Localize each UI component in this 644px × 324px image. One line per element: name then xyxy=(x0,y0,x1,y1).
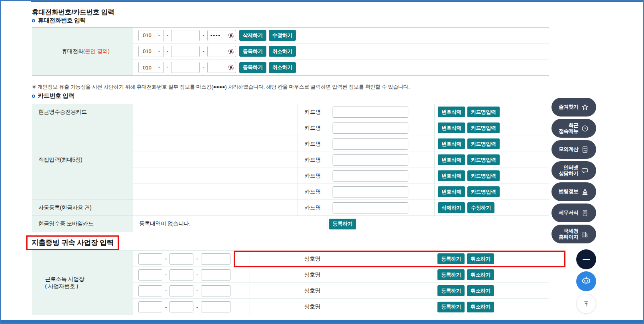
register-button[interactable]: 등록하기 xyxy=(437,285,465,296)
dash-separator: - xyxy=(167,48,168,54)
business-number-part3-input[interactable] xyxy=(201,269,230,281)
cancel-button[interactable]: 취소하기 xyxy=(269,46,296,57)
card-name-input[interactable] xyxy=(333,107,408,118)
bottom-divider xyxy=(1,320,643,323)
business-number-part3-input[interactable] xyxy=(201,285,230,296)
card-row-direct-3: 카드명 번호삭제 카드명입력 xyxy=(133,152,549,168)
phone-last-wrap xyxy=(207,62,236,73)
business-number-part2-input[interactable] xyxy=(169,253,193,265)
chat-icon xyxy=(581,167,589,175)
cancel-button[interactable]: 취소하기 xyxy=(467,302,494,312)
masking-eye-icon[interactable] xyxy=(228,33,234,38)
phone-label-note: (본인 명의) xyxy=(83,48,110,55)
cancel-button[interactable]: 취소하기 xyxy=(467,253,494,264)
chatbot-button[interactable] xyxy=(576,271,596,291)
business-number-part1-input[interactable] xyxy=(138,301,162,312)
register-button[interactable]: 등록하기 xyxy=(437,253,465,264)
enter-card-name-button[interactable]: 카드명입력 xyxy=(467,186,500,197)
phone-prefix-select[interactable]: 010 xyxy=(138,62,164,73)
register-button[interactable]: 등록하기 xyxy=(239,46,266,57)
quick-menu-law-info[interactable]: 법령정보 xyxy=(551,182,596,201)
business-number-part1-input[interactable] xyxy=(138,269,162,281)
quick-menu-nts-homepage[interactable]: 국세청홈페이지 xyxy=(551,225,596,243)
cancel-button[interactable]: 취소하기 xyxy=(269,62,296,73)
card-name-input[interactable] xyxy=(333,138,408,150)
register-button[interactable]: 등록하기 xyxy=(239,62,266,73)
phone-prefix-select[interactable]: 010 xyxy=(138,46,164,57)
phone-middle-input[interactable] xyxy=(171,30,200,41)
delete-number-button[interactable]: 번호삭제 xyxy=(438,138,465,149)
delete-number-button[interactable]: 번호삭제 xyxy=(438,154,465,165)
phone-middle-input[interactable] xyxy=(171,46,200,57)
business-number-part1-input[interactable] xyxy=(138,285,162,296)
quick-menu-favorites[interactable]: 즐겨찾기 xyxy=(551,98,596,117)
business-number-part1-input[interactable] xyxy=(138,253,162,265)
phone-prefix-wrap: 010 ⌄ xyxy=(138,62,164,73)
dash-separator: - xyxy=(196,304,198,310)
enter-card-name-button[interactable]: 카드명입력 xyxy=(467,170,500,181)
delete-number-button[interactable]: 번호삭제 xyxy=(438,170,465,181)
register-button[interactable]: 등록하기 xyxy=(329,219,356,229)
business-number-part3-input[interactable] xyxy=(201,301,230,312)
edit-button[interactable]: 수정하기 xyxy=(269,30,296,41)
enter-card-name-button[interactable]: 카드명입력 xyxy=(467,107,500,117)
enter-card-name-button[interactable]: 카드명입력 xyxy=(467,154,500,165)
business-number-part2-input[interactable] xyxy=(169,285,193,296)
enter-card-name-button[interactable]: 카드명입력 xyxy=(467,122,500,133)
masking-notice: ※ 개인정보 유출 가능성을 사전 차단하기 위해 휴대전화번호 일부 정보를 … xyxy=(32,83,410,91)
business-number-inputs: - - xyxy=(133,283,250,298)
card-name-input[interactable] xyxy=(333,170,408,182)
register-button[interactable]: 등록하기 xyxy=(437,302,465,312)
card-name-field-label: 카드명 xyxy=(297,120,328,136)
business-number-inputs: - - xyxy=(133,251,250,267)
enter-card-name-button[interactable]: 카드명입력 xyxy=(467,138,500,149)
business-label-line2: ( 사업자번호 ) xyxy=(45,283,133,290)
dash-separator: - xyxy=(167,32,168,38)
card-name-input[interactable] xyxy=(333,186,408,198)
phone-last-wrap xyxy=(207,30,236,41)
dash-separator: - xyxy=(165,256,167,262)
delete-number-button[interactable]: 번호삭제 xyxy=(438,122,465,133)
card-name-input[interactable] xyxy=(333,202,408,213)
phone-row-2: 010 ⌄ - - 등록하기 취소하기 xyxy=(133,43,549,59)
company-name-cell xyxy=(327,283,434,298)
card-name-input[interactable] xyxy=(333,122,408,134)
quick-menu-internet-consult[interactable]: 인터넷상담하기 xyxy=(551,161,596,180)
card-name-input[interactable] xyxy=(333,154,408,166)
business-number-part3-input[interactable] xyxy=(201,253,230,265)
business-row-3: - - 상호명 등록하기 취소하기 xyxy=(133,283,549,299)
document-icon xyxy=(581,209,589,217)
delete-number-button[interactable]: 번호삭제 xyxy=(438,107,465,117)
card-section-heading: 카드번호 입력 xyxy=(32,92,74,100)
register-button[interactable]: 등록하기 xyxy=(437,269,465,280)
business-number-part2-input[interactable] xyxy=(169,269,193,281)
cancel-button[interactable]: 취소하기 xyxy=(467,269,494,280)
card-name-field-label: 카드명 xyxy=(297,152,328,168)
dash-separator: - xyxy=(165,272,167,278)
card-table: 현금영수증전용카드 직접입력(최대5장) 자동등록(현금사용 건) 현금영수증 … xyxy=(32,104,549,232)
quick-menu-recent[interactable]: 최근접속메뉴 xyxy=(551,119,596,138)
masking-eye-icon[interactable] xyxy=(228,49,234,54)
masking-eye-icon[interactable] xyxy=(228,65,234,70)
quick-menu-tax-forms[interactable]: 세무서식 xyxy=(551,203,596,222)
business-row-filler xyxy=(250,283,297,298)
delete-button[interactable]: 삭제하기 xyxy=(438,202,465,213)
card-section-heading-text: 카드번호 입력 xyxy=(38,92,74,100)
quick-menu-simulation[interactable]: 모의계산 xyxy=(551,140,596,159)
company-name-cell xyxy=(327,299,434,315)
phone-middle-input[interactable] xyxy=(171,62,200,73)
phone-last-wrap xyxy=(207,46,236,57)
edit-button[interactable]: 수정하기 xyxy=(467,202,494,213)
collapse-quick-menu-button[interactable] xyxy=(576,249,596,269)
card-row-direct-5: 카드명 번호삭제 카드명입력 xyxy=(133,184,549,200)
cancel-button[interactable]: 취소하기 xyxy=(467,285,494,296)
gavel-icon xyxy=(581,188,589,196)
card-row-spacer xyxy=(133,104,297,120)
business-rows: - - 상호명 등록하기 취소하기 - xyxy=(133,251,549,315)
scroll-to-top-button[interactable] xyxy=(576,294,596,314)
business-number-part2-input[interactable] xyxy=(169,301,193,312)
phone-prefix-select[interactable]: 010 xyxy=(138,30,164,41)
star-icon xyxy=(581,103,589,111)
delete-number-button[interactable]: 번호삭제 xyxy=(438,186,465,197)
delete-button[interactable]: 삭제하기 xyxy=(239,30,266,41)
